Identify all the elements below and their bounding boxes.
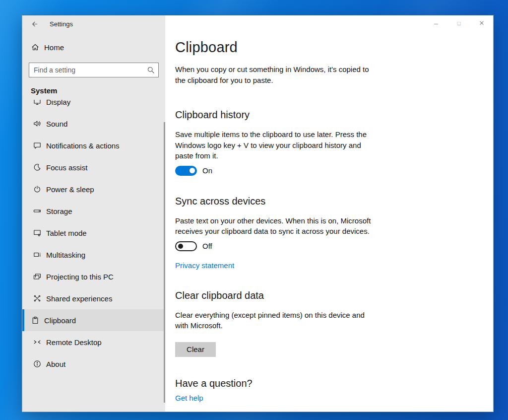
settings-window: Settings Home System Display	[22, 15, 494, 412]
toggle-state-label: On	[202, 166, 212, 175]
page-title: Clipboard	[175, 38, 493, 56]
sidebar-item-label: Home	[44, 43, 64, 52]
sync-toggle[interactable]	[175, 241, 197, 251]
toggle-knob	[178, 244, 183, 249]
sidebar: Settings Home System Display	[22, 15, 165, 412]
display-icon	[33, 100, 41, 106]
shared-experiences-icon	[33, 294, 41, 302]
search-input[interactable]	[29, 63, 159, 77]
sidebar-item-clipboard[interactable]: Clipboard	[22, 309, 165, 331]
sidebar-item-remote-desktop[interactable]: Remote Desktop	[22, 331, 165, 353]
window-title: Settings	[50, 20, 73, 28]
sync-description: Paste text on your other devices. When t…	[175, 215, 380, 237]
sound-icon	[33, 120, 41, 128]
get-help-link[interactable]: Get help	[175, 394, 203, 402]
sidebar-item-tablet-mode[interactable]: Tablet mode	[22, 222, 165, 244]
minimize-button[interactable]: –	[425, 15, 447, 31]
about-icon	[33, 360, 41, 368]
sidebar-item-power-sleep[interactable]: Power & sleep	[22, 178, 165, 200]
storage-icon	[33, 207, 41, 215]
minimize-icon: –	[434, 19, 438, 27]
section-heading-clipboard-history: Clipboard history	[175, 108, 493, 121]
sidebar-item-focus-assist[interactable]: Focus assist	[22, 156, 165, 178]
sidebar-item-label: Shared experiences	[46, 294, 112, 303]
sidebar-nav-list: Display Sound Notifications & actions	[22, 100, 165, 375]
sidebar-section-header: System	[31, 86, 165, 95]
privacy-statement-link[interactable]: Privacy statement	[175, 261, 234, 270]
clipboard-history-toggle-row: On	[175, 166, 493, 176]
clear-description: Clear everything (except pinned items) o…	[175, 310, 380, 331]
focus-assist-icon	[33, 163, 41, 171]
sidebar-item-home[interactable]: Home	[22, 39, 165, 56]
power-sleep-icon	[33, 185, 41, 193]
content-pane: – □ ✕ Clipboard When you copy or cut som…	[165, 15, 493, 412]
sidebar-item-label: About	[46, 360, 65, 368]
sidebar-item-label: Clipboard	[44, 316, 76, 325]
sidebar-item-multitasking[interactable]: Multitasking	[22, 244, 165, 266]
sidebar-item-storage[interactable]: Storage	[22, 200, 165, 222]
sidebar-item-label: Sound	[46, 120, 67, 128]
sidebar-item-display[interactable]: Display	[22, 100, 165, 113]
sidebar-item-projecting[interactable]: Projecting to this PC	[22, 266, 165, 287]
remote-desktop-icon	[33, 338, 41, 346]
section-heading-clear: Clear clipboard data	[175, 289, 493, 302]
clipboard-icon	[31, 316, 39, 324]
sync-toggle-row: Off	[175, 241, 493, 251]
sidebar-item-notifications[interactable]: Notifications & actions	[22, 135, 165, 156]
sidebar-item-label: Notifications & actions	[46, 141, 120, 150]
sidebar-item-label: Storage	[46, 207, 72, 215]
maximize-icon: □	[457, 20, 461, 26]
section-heading-sync: Sync across devices	[175, 195, 493, 208]
window-controls: – □ ✕	[425, 15, 493, 31]
back-button[interactable]	[28, 20, 40, 28]
close-icon: ✕	[479, 19, 485, 27]
sidebar-item-label: Projecting to this PC	[46, 273, 114, 281]
page-intro: When you copy or cut something in Window…	[175, 64, 380, 85]
multitasking-icon	[33, 251, 41, 259]
projecting-icon	[33, 273, 41, 280]
search-box	[29, 63, 159, 77]
home-icon	[31, 43, 39, 51]
sidebar-item-about[interactable]: About	[22, 353, 165, 375]
maximize-button[interactable]: □	[447, 15, 470, 31]
clipboard-history-description: Save multiple items to the clipboard to …	[175, 129, 380, 161]
titlebar: Settings	[22, 15, 165, 32]
sidebar-item-label: Tablet mode	[46, 229, 87, 237]
back-arrow-icon	[31, 20, 38, 28]
clear-button[interactable]: Clear	[175, 342, 216, 357]
close-button[interactable]: ✕	[470, 15, 493, 31]
toggle-state-label: Off	[202, 242, 212, 250]
tablet-mode-icon	[33, 229, 41, 237]
sidebar-item-label: Display	[46, 100, 70, 106]
section-heading-question: Have a question?	[175, 377, 493, 390]
toggle-knob	[190, 168, 195, 173]
search-icon[interactable]	[147, 66, 155, 74]
sidebar-item-label: Multitasking	[46, 251, 85, 259]
sidebar-item-label: Focus assist	[46, 163, 87, 172]
sidebar-item-label: Remote Desktop	[46, 338, 102, 347]
clipboard-history-toggle[interactable]	[175, 166, 197, 176]
notifications-icon	[33, 141, 41, 149]
sidebar-item-shared-experiences[interactable]: Shared experiences	[22, 287, 165, 309]
sidebar-item-label: Power & sleep	[46, 185, 94, 194]
sidebar-item-sound[interactable]: Sound	[22, 113, 165, 135]
